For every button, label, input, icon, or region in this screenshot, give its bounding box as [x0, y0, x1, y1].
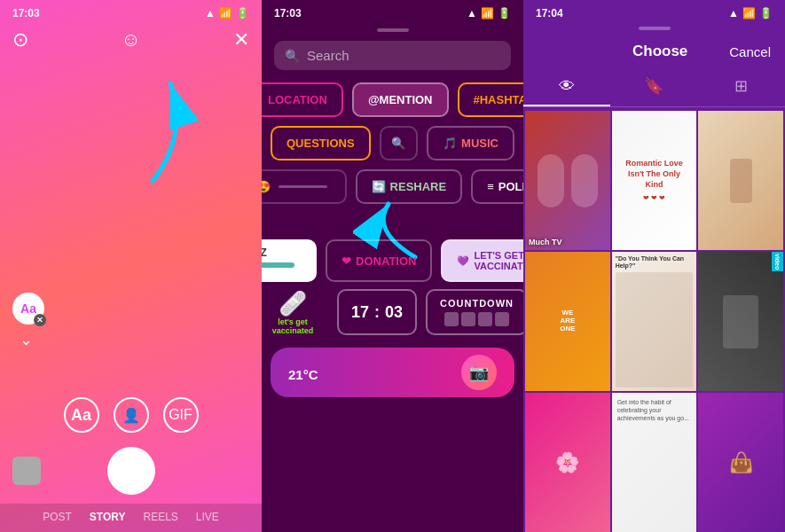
wifi2-icon: 📶 — [481, 7, 494, 20]
remove-text-icon[interactable]: ✕ — [34, 314, 46, 326]
nav-post[interactable]: POST — [43, 511, 72, 523]
wifi-icon: 📶 — [219, 7, 232, 20]
photo-cell-9[interactable]: 👜 — [698, 393, 783, 532]
tab-grid[interactable]: ⊞ — [698, 67, 785, 106]
vaccinated-label: LET'S GET VACCINATED — [474, 250, 523, 271]
bandaid-icon: 🩹 — [279, 290, 307, 317]
tab-bookmarks[interactable]: 🔖 — [610, 67, 697, 106]
photo5-image-area — [616, 272, 694, 387]
top-icons-panel1: ⊙ ☺ ✕ — [0, 23, 262, 57]
photo6-content — [698, 252, 783, 391]
quiz-sticker[interactable]: QUIZ — [262, 239, 317, 282]
text-tool-badge[interactable]: Aa ✕ — [12, 293, 44, 325]
hashtag-label: #HASHTAG — [474, 93, 524, 106]
poll-icon: ≡ — [487, 180, 494, 193]
avatar-tool-button[interactable]: 👤 — [114, 397, 149, 433]
photo-cell-8[interactable]: Get into the habit of celebrating your a… — [612, 393, 697, 532]
photo-cell-7[interactable]: 🌸 — [525, 393, 610, 532]
photo3-content — [698, 111, 783, 250]
hearts-decoration: ❤ ❤ ❤ — [643, 194, 665, 202]
flower-icon: 🌸 — [555, 451, 579, 474]
search-icon: 🔍 — [285, 49, 300, 63]
reshare-label: RESHARE — [390, 180, 447, 193]
search-bar[interactable]: 🔍 Search — [274, 41, 511, 70]
time-digit1: 17 — [351, 303, 369, 322]
vaccinated-icon: 💜 — [457, 255, 469, 267]
nav-story[interactable]: STORY — [90, 511, 126, 523]
cancel-button[interactable]: Cancel — [729, 44, 771, 59]
sticker-row-2: QUESTIONS 🔍 🎵 MUSIC — [271, 126, 514, 160]
countdown-box-3 — [478, 312, 492, 326]
drag-handle[interactable] — [377, 28, 409, 32]
text-tool-button[interactable]: Aa — [64, 397, 99, 433]
signal-icons-panel3: ▲ 📶 🔋 — [728, 7, 773, 20]
location-icon: 📍 — [262, 93, 263, 106]
signal-icons-panel1: ▲ 📶 🔋 — [205, 7, 249, 20]
thumbnail-btn[interactable] — [12, 457, 41, 485]
countdown-box-4 — [495, 312, 509, 326]
photo-cell-3[interactable] — [698, 111, 783, 250]
donation-sticker[interactable]: ❤ DONATION — [326, 239, 432, 282]
chevron-down-icon[interactable]: ⌄ — [20, 330, 33, 349]
status-bar-panel3: 17:04 ▲ 📶 🔋 — [523, 0, 785, 23]
grid-icon: ⊞ — [734, 76, 748, 96]
reshare-icon: 🔄 — [372, 180, 386, 193]
choose-header: Choose Cancel — [523, 35, 785, 67]
emoji-icon: 😍 — [262, 180, 271, 193]
photo9-content: 👜 — [698, 393, 783, 532]
sticker-row-1: 📍 LOCATION @MENTION #HASHTAG — [271, 82, 514, 117]
photo-cell-1[interactable]: Much TV — [525, 111, 610, 250]
photo8-content: Get into the habit of celebrating your a… — [612, 393, 697, 532]
music-label: MUSIC — [461, 137, 498, 150]
location-label: LOCATION — [268, 93, 327, 106]
photo-grid: Much TV Romantic Love Isn't The Only Kin… — [523, 111, 785, 532]
battery3-icon: 🔋 — [759, 7, 773, 20]
headline-text: "Do You Think You Can Help?" — [616, 255, 694, 270]
questions-label: QUESTIONS — [287, 137, 355, 150]
bottle-figure — [730, 159, 752, 203]
sticker-icon[interactable]: ☺ — [121, 28, 140, 51]
photo-cell-6[interactable]: video — [698, 252, 783, 391]
record-button[interactable] — [107, 447, 155, 495]
photo7-content: 🌸 — [525, 393, 610, 532]
mention-label: @MENTION — [368, 93, 433, 106]
signal-icons-panel2: ▲ 📶 🔋 — [467, 7, 511, 20]
music-sticker[interactable]: 🎵 MUSIC — [427, 126, 514, 160]
lets-vaccinated-emoji-sticker[interactable]: 🩹 let's get vaccinated — [262, 289, 328, 335]
nav-reels[interactable]: REELS — [143, 511, 177, 523]
settings-icon[interactable]: ⊙ — [12, 28, 28, 51]
mention-sticker[interactable]: @MENTION — [352, 82, 449, 117]
wifi3-icon: 📶 — [742, 7, 756, 20]
arrow-area — [0, 57, 262, 236]
donation-label: DONATION — [356, 254, 416, 268]
time-panel2: 17:03 — [274, 7, 302, 20]
drag-handle-panel3[interactable] — [639, 27, 671, 30]
location-sticker[interactable]: 📍 LOCATION — [262, 82, 343, 117]
nav-live[interactable]: LIVE — [196, 511, 219, 523]
we-are-text: WEAREONE — [560, 309, 575, 332]
photo-cell-5[interactable]: "Do You Think You Can Help?" — [612, 252, 697, 391]
search-input[interactable]: Search — [307, 48, 349, 63]
status-bar-panel2: 17:03 ▲ 📶 🔋 — [262, 0, 523, 23]
close-icon[interactable]: ✕ — [233, 28, 249, 51]
countdown-boxes — [444, 312, 509, 326]
panel-story-editor: 17:03 ▲ 📶 🔋 ⊙ ☺ ✕ Aa ✕ ⌄ — [0, 0, 262, 532]
bottom-stickers-row: 🩹 let's get vaccinated 17 : 03 COUNTDOWN — [262, 282, 523, 342]
panel-sticker-picker: 17:03 ▲ 📶 🔋 🔍 Search 📍 LOCATION @MENTION… — [262, 0, 523, 532]
time-sticker[interactable]: 17 : 03 — [337, 289, 417, 335]
countdown-sticker[interactable]: COUNTDOWN — [426, 289, 523, 335]
person-figure-1 — [538, 154, 564, 207]
vaccinated-sticker[interactable]: 💜 LET'S GET VACCINATED — [441, 239, 523, 282]
hashtag-sticker[interactable]: #HASHTAG — [458, 82, 524, 117]
bottom-nav: POST STORY REELS LIVE — [0, 504, 262, 532]
quiz-bar — [262, 262, 294, 268]
search-sticker[interactable]: 🔍 — [380, 126, 419, 160]
camera-button[interactable]: 📷 — [461, 355, 497, 390]
gif-tool-button[interactable]: GIF — [163, 397, 199, 433]
tab-recents[interactable]: 👁 — [523, 67, 610, 106]
photo-cell-2[interactable]: Romantic Love Isn't The Only Kind ❤ ❤ ❤ — [612, 111, 697, 250]
poll-label: POLL — [498, 180, 523, 193]
romantic-text: Romantic Love Isn't The Only Kind — [619, 159, 690, 190]
photo-cell-4[interactable]: WEAREONE — [525, 252, 610, 391]
questions-sticker[interactable]: QUESTIONS — [271, 126, 371, 160]
